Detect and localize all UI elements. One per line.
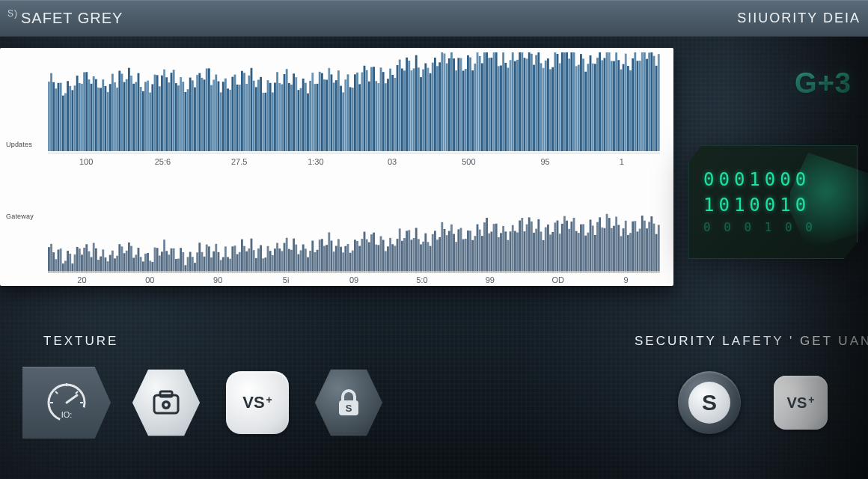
svg-rect-427 <box>441 222 443 272</box>
svg-rect-125 <box>342 92 344 151</box>
svg-rect-255 <box>648 52 650 151</box>
svg-rect-353 <box>267 246 269 272</box>
svg-rect-442 <box>477 225 479 272</box>
svg-rect-155 <box>413 68 415 151</box>
svg-rect-509 <box>634 221 636 272</box>
svg-rect-419 <box>422 242 424 272</box>
svg-rect-141 <box>380 67 382 151</box>
svg-rect-321 <box>192 257 194 272</box>
svg-rect-202 <box>524 58 526 151</box>
svg-rect-290 <box>118 244 120 272</box>
svg-rect-81 <box>239 85 241 151</box>
svg-rect-131 <box>356 73 358 151</box>
plus-icon: + <box>808 394 814 406</box>
svg-rect-320 <box>189 252 192 272</box>
svg-rect-209 <box>540 63 542 151</box>
svg-rect-376 <box>321 239 323 272</box>
binary-panel: 0001000 1010010 0 0 0 1 0 0 <box>688 145 858 259</box>
svg-rect-481 <box>568 229 570 272</box>
svg-rect-45 <box>154 75 156 151</box>
camera-icon <box>148 385 184 421</box>
svg-rect-137 <box>370 67 373 151</box>
svg-rect-7 <box>64 94 67 151</box>
svg-rect-364 <box>293 239 295 272</box>
svg-rect-191 <box>498 66 500 151</box>
svg-rect-340 <box>236 254 239 272</box>
top-header: S) SAFET GREY SIIUORITY DEIA <box>0 0 868 37</box>
svg-rect-105 <box>295 77 297 151</box>
svg-rect-483 <box>573 218 575 272</box>
tick: 27.5 <box>201 157 278 166</box>
svg-rect-408 <box>397 239 399 272</box>
gauge-tile[interactable]: IO: <box>22 367 111 439</box>
svg-rect-143 <box>385 83 387 151</box>
svg-rect-56 <box>180 77 182 151</box>
svg-rect-279 <box>93 243 95 272</box>
svg-rect-512 <box>641 216 644 272</box>
svg-rect-25 <box>107 92 109 151</box>
header-brand-sup: S) <box>7 8 18 19</box>
svg-rect-421 <box>427 242 430 272</box>
svg-rect-181 <box>474 64 476 151</box>
svg-rect-356 <box>274 248 276 272</box>
svg-rect-436 <box>462 240 465 272</box>
svg-rect-347 <box>253 250 255 272</box>
svg-rect-308 <box>161 251 163 272</box>
svg-rect-51 <box>168 82 170 151</box>
svg-rect-455 <box>507 240 510 272</box>
svg-rect-153 <box>408 61 410 151</box>
svg-rect-506 <box>627 235 629 272</box>
svg-rect-108 <box>302 79 305 151</box>
tile-row-right: S VS + <box>673 367 837 439</box>
chart-top-axis: 100 25:6 27.5 1:30 03 500 95 1 <box>48 154 660 169</box>
svg-rect-500 <box>613 226 615 272</box>
vs-tile-2[interactable]: VS + <box>765 367 837 439</box>
vs-tile-1[interactable]: VS + <box>221 367 293 439</box>
gauge-label: IO: <box>61 410 73 419</box>
svg-rect-414 <box>411 240 413 272</box>
svg-rect-287 <box>111 251 114 272</box>
lock-icon: S <box>330 384 367 421</box>
svg-rect-233 <box>596 58 599 151</box>
svg-rect-361 <box>286 238 288 272</box>
svg-rect-418 <box>420 244 422 272</box>
svg-rect-331 <box>215 244 217 272</box>
camera-tile[interactable] <box>130 367 202 439</box>
svg-rect-249 <box>634 52 636 151</box>
header-brand-right: SIIUORITY DEIA <box>737 0 861 36</box>
svg-rect-118 <box>326 80 328 151</box>
svg-rect-449 <box>493 224 495 272</box>
svg-rect-193 <box>502 52 504 151</box>
svg-rect-316 <box>180 248 182 272</box>
svg-rect-323 <box>196 252 198 272</box>
svg-rect-2 <box>52 82 55 151</box>
svg-rect-434 <box>457 229 459 272</box>
svg-rect-453 <box>502 226 504 272</box>
tick: 500 <box>430 157 507 166</box>
disc-tile[interactable]: S <box>673 367 745 439</box>
svg-rect-510 <box>637 231 639 272</box>
svg-rect-447 <box>488 234 490 272</box>
lock-tile[interactable]: S <box>313 367 385 439</box>
tick: 1 <box>584 157 660 166</box>
svg-rect-6 <box>62 96 64 151</box>
svg-rect-259 <box>658 54 660 151</box>
svg-rect-239 <box>611 61 613 151</box>
svg-rect-17 <box>88 79 90 151</box>
svg-rect-185 <box>483 52 486 151</box>
gauge-icon: IO: <box>40 376 94 430</box>
svg-rect-11 <box>74 85 76 151</box>
svg-rect-383 <box>337 239 340 272</box>
svg-rect-12 <box>76 76 79 151</box>
svg-rect-319 <box>187 257 189 272</box>
svg-rect-231 <box>592 64 594 151</box>
svg-rect-117 <box>323 79 326 151</box>
svg-rect-410 <box>401 241 403 272</box>
svg-rect-262 <box>52 252 55 272</box>
svg-rect-60 <box>189 78 192 151</box>
svg-rect-280 <box>95 248 97 272</box>
svg-rect-305 <box>154 248 156 272</box>
svg-rect-175 <box>460 58 462 151</box>
svg-rect-251 <box>639 61 641 151</box>
svg-rect-70 <box>213 79 215 151</box>
